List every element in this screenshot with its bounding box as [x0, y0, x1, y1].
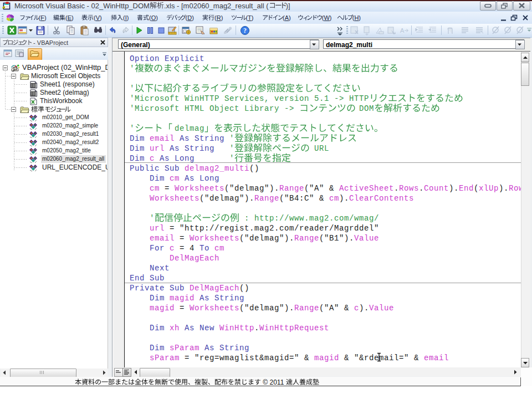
svg-text:?: ?: [243, 27, 247, 34]
svg-text:A: A: [400, 27, 405, 34]
